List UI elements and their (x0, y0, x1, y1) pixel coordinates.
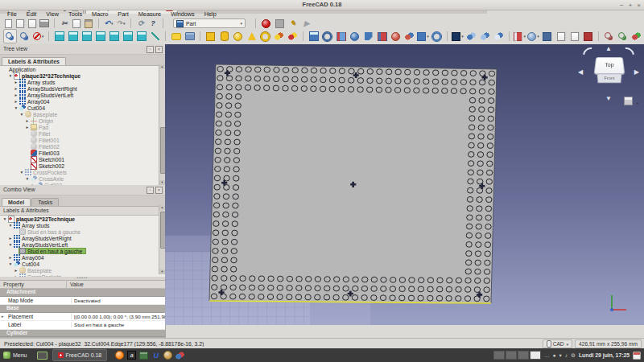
tree-item-stud-en-bas-gauche[interactable]: Stud en bas à gauche (0, 228, 165, 235)
tree-item-content[interactable]: ArrayStudsVertRight (19, 85, 81, 92)
make-compound-icon[interactable] (541, 30, 553, 43)
part-cone-icon[interactable] (246, 30, 258, 43)
clock[interactable]: Lundi 29 juin, 17:25 (579, 352, 630, 358)
tab-model[interactable]: Model (2, 198, 31, 206)
tree-item-content[interactable]: Origin (30, 117, 57, 124)
paste-icon[interactable] (84, 19, 93, 28)
tree-item-plaque32-32technique[interactable]: ▾plaque32*32Technique (0, 72, 165, 79)
view-front-icon[interactable] (67, 30, 79, 43)
menu-help[interactable]: Help (200, 10, 221, 19)
sweep-icon[interactable] (403, 30, 415, 43)
ruled-surface-icon[interactable] (376, 30, 388, 43)
tree-item-pad[interactable]: ▸Pad (0, 124, 165, 130)
terminal-launcher-icon[interactable]: a (127, 351, 136, 360)
tree-item-cut004[interactable]: ▾Cut004 (0, 105, 165, 111)
macro-edit-icon[interactable]: ✎ (288, 19, 298, 28)
minimize-button[interactable]: − (620, 2, 624, 9)
box-zoom-icon[interactable] (19, 30, 31, 43)
property-group-base[interactable]: Base (0, 305, 165, 313)
thickness-icon[interactable] (431, 30, 443, 43)
panel-float-button[interactable]: ▫ (147, 187, 154, 194)
new-document-icon[interactable] (3, 19, 13, 28)
tree-item-plaque32-32technique[interactable]: ▾plaque32*32Technique (0, 216, 165, 222)
menu-windows[interactable]: Windows (167, 10, 199, 19)
editor-launcher-icon[interactable]: U (151, 351, 160, 360)
tree-item-array004[interactable]: ▸Array004 (0, 98, 165, 105)
tree-item-content[interactable]: Array004 (13, 254, 48, 261)
firefox-launcher-icon[interactable] (115, 351, 124, 360)
tree-item-arraystudsvertleft[interactable]: ▾ArrayStudsVertLeft (0, 241, 165, 248)
mirror-icon[interactable] (335, 30, 347, 43)
overflow-dots[interactable]: … (544, 352, 550, 358)
show-desktop-icon[interactable] (37, 352, 47, 360)
part-box-icon[interactable] (204, 30, 217, 43)
chevron-down-icon[interactable]: ▾ (636, 101, 638, 105)
defeaturing-icon[interactable] (630, 30, 642, 43)
nav-arrow-right-icon[interactable]: ▶ (634, 68, 639, 76)
tree-item-content[interactable]: CrossAxle (30, 175, 68, 182)
create-group-icon[interactable] (184, 30, 196, 43)
menu-measure[interactable]: Measure (134, 10, 165, 19)
section-icon[interactable]: ▾ (514, 30, 526, 43)
tree-item-fillet001[interactable]: Fillet001 (0, 137, 165, 143)
property-group-attachment[interactable]: Attachment (0, 289, 165, 297)
tree-item-content[interactable]: Sketch002 (30, 162, 68, 169)
tree-item-content[interactable]: ArrayStudsVertLeft (13, 241, 72, 248)
tree-item-content[interactable]: CrossPockets (19, 274, 65, 277)
tree-item-origin[interactable]: ▸Origin (0, 117, 165, 124)
boolean-icon[interactable]: ▾ (452, 30, 464, 43)
viewport-3d[interactable]: ▲ ▼ ◀ ▶ Top Front ▾ (165, 44, 644, 325)
cross-sections-icon[interactable]: ▾ (527, 30, 539, 43)
tree-item-cut004[interactable]: ▾Cut004 (0, 261, 165, 267)
tree-item-content[interactable]: Cut004 (19, 105, 49, 111)
calendar-icon[interactable] (633, 352, 641, 360)
tree-view-list[interactable]: Application▾plaque32*32Technique▸Array s… (0, 66, 165, 187)
maximize-button[interactable]: + (629, 2, 633, 9)
check-geometry-icon[interactable] (603, 30, 615, 43)
macro-stop-icon[interactable] (275, 19, 284, 28)
tree-item-content[interactable]: Pad (30, 124, 52, 130)
macro-play-icon[interactable]: ▶ (302, 19, 312, 28)
boolean-union-icon[interactable] (479, 30, 491, 43)
tree-view-scrollbar[interactable]: ▴ ▾ (159, 64, 165, 185)
tree-item-content[interactable]: Array004 (19, 98, 54, 105)
undo-icon[interactable]: ↶▾ (104, 19, 114, 28)
volume-icon[interactable]: ♪ (565, 352, 568, 358)
extrude-icon[interactable] (308, 30, 320, 43)
view-top-icon[interactable] (80, 30, 93, 43)
save-icon[interactable] (27, 19, 37, 28)
tree-item-content[interactable]: Application (7, 66, 39, 72)
open-document-icon[interactable] (15, 19, 25, 28)
revolve-icon[interactable] (321, 30, 333, 43)
tree-item-baseplate[interactable]: ▸Baseplate (0, 267, 165, 274)
tree-item-application[interactable]: Application (0, 66, 165, 72)
panel-close-button[interactable]: × (155, 187, 163, 194)
view-right-icon[interactable] (94, 30, 106, 43)
tree-item-content[interactable]: ArrayStudsVertLeft (19, 92, 77, 98)
property-value[interactable]: [(0,00 0,00 1,00); 0,00 °; (3,90 mm 251,… (72, 314, 165, 319)
tree-item-content[interactable]: Array studs (13, 222, 53, 228)
tab-labels-attributes[interactable]: Labels & Attributes (2, 57, 66, 65)
taskbar-app-button[interactable]: FreeCAD 0.18 (52, 349, 108, 361)
workbench-selector[interactable]: Part ▾ (173, 19, 246, 28)
tree-item-array-studs[interactable]: ▾Array studs (0, 222, 165, 228)
view-left-icon[interactable] (135, 30, 147, 43)
tab-tasks[interactable]: Tasks (31, 198, 59, 206)
draw-style-icon[interactable]: ▾ (32, 30, 44, 43)
tree-item-content[interactable]: Fillet (30, 130, 54, 137)
tree-item-arraystudsvertright[interactable]: ▸ArrayStudsVertRight (0, 235, 165, 241)
copy-icon[interactable] (72, 19, 81, 28)
tree-item-crosspockets[interactable]: ▾CrossPockets (0, 169, 165, 175)
tree-item-sketch001[interactable]: Sketch001 (0, 156, 165, 162)
boolean-common-icon[interactable] (493, 30, 505, 43)
part-primitives-icon[interactable] (273, 30, 285, 43)
offset-icon[interactable]: ▾ (417, 30, 429, 43)
workspace-4[interactable] (530, 351, 541, 360)
system-launcher-icon[interactable] (175, 351, 184, 360)
loft-icon[interactable] (390, 30, 402, 43)
tree-item-arraystudsvertright[interactable]: ▸ArrayStudsVertRight (0, 85, 165, 92)
navigation-cube[interactable]: ▲ ▼ ◀ ▶ Top Front ▾ (578, 46, 639, 107)
menu-macro[interactable]: Macro (88, 10, 112, 19)
part-cylinder-icon[interactable] (218, 30, 230, 43)
part-torus-icon[interactable] (259, 30, 271, 43)
